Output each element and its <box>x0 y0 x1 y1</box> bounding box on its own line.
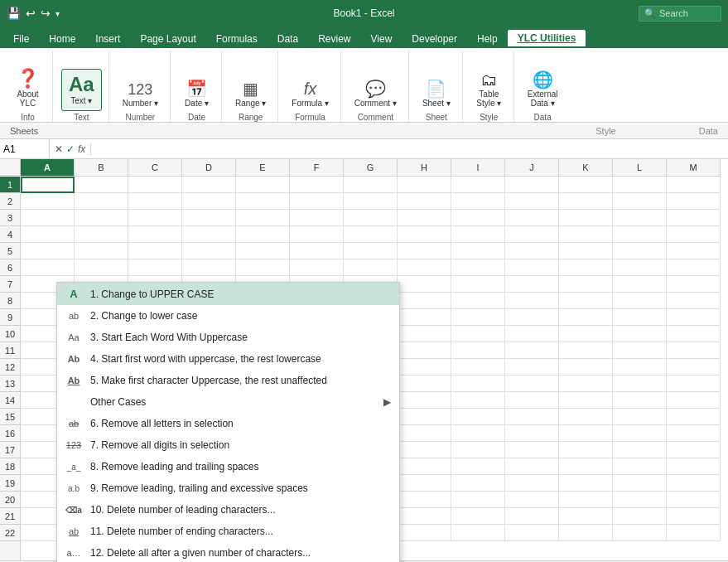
grid-cell[interactable] <box>128 226 182 243</box>
menu-item-6[interactable]: ab 6. Remove all letters in selection <box>57 413 399 434</box>
grid-cell[interactable] <box>21 243 75 259</box>
grid-cell[interactable] <box>613 309 667 326</box>
grid-cell[interactable] <box>21 193 75 210</box>
grid-cell[interactable] <box>451 193 505 210</box>
grid-cell[interactable] <box>559 226 613 243</box>
grid-cell[interactable] <box>236 193 290 210</box>
menu-item-5[interactable]: Ab 5. Make first character Uppercase, th… <box>57 370 399 391</box>
grid-cell[interactable] <box>559 309 613 326</box>
grid-cell[interactable] <box>505 442 559 458</box>
row-header-11[interactable]: 11 <box>0 342 20 359</box>
grid-cell[interactable] <box>344 210 398 226</box>
table-style-button[interactable]: 🗂 TableStyle ▾ <box>471 68 506 111</box>
search-box[interactable]: 🔍 Search <box>639 6 721 22</box>
grid-cell[interactable] <box>182 243 236 259</box>
grid-cell[interactable] <box>451 309 505 326</box>
grid-cell[interactable] <box>667 193 721 210</box>
grid-cell[interactable] <box>398 425 451 442</box>
grid-cell[interactable] <box>667 458 721 475</box>
grid-cell[interactable] <box>451 442 505 458</box>
grid-cell[interactable] <box>398 409 451 425</box>
tab-data[interactable]: Data <box>268 30 308 48</box>
tab-ylc-utilities[interactable]: YLC Utilities <box>508 30 586 48</box>
grid-cell[interactable] <box>290 226 344 243</box>
grid-cell[interactable] <box>290 259 344 276</box>
grid-cell[interactable] <box>344 177 398 193</box>
row-header-3[interactable]: 3 <box>0 210 20 226</box>
grid-cell[interactable] <box>613 525 667 541</box>
grid-cell[interactable] <box>128 193 182 210</box>
grid-cell[interactable] <box>667 177 721 193</box>
grid-cell[interactable] <box>559 458 613 475</box>
grid-cell[interactable] <box>451 359 505 375</box>
grid-cell[interactable] <box>505 226 559 243</box>
grid-cell[interactable] <box>21 177 75 193</box>
grid-cell[interactable] <box>667 375 721 392</box>
grid-cell[interactable] <box>613 177 667 193</box>
row-header-18[interactable]: 18 <box>0 458 20 475</box>
grid-cell[interactable] <box>667 359 721 375</box>
col-header-e[interactable]: E <box>236 159 290 176</box>
sub-ribbon-sheets[interactable]: Sheets <box>3 123 45 138</box>
grid-cell[interactable] <box>290 177 344 193</box>
grid-cell[interactable] <box>505 359 559 375</box>
grid-cell[interactable] <box>344 226 398 243</box>
row-header-22[interactable]: 22 <box>0 525 20 541</box>
row-header-5[interactable]: 5 <box>0 243 20 259</box>
grid-cell[interactable] <box>667 293 721 309</box>
grid-cell[interactable] <box>451 425 505 442</box>
col-header-h[interactable]: H <box>398 159 451 176</box>
grid-cell[interactable] <box>505 326 559 342</box>
grid-cell[interactable] <box>667 210 721 226</box>
grid-cell[interactable] <box>398 177 451 193</box>
name-box[interactable]: A1 <box>0 139 50 158</box>
text-button[interactable]: Aa Text ▾ <box>61 69 102 111</box>
grid-cell[interactable] <box>505 193 559 210</box>
menu-item-2[interactable]: ab 2. Change to lower case <box>57 305 399 327</box>
menu-item-9[interactable]: a.b 9. Remove leading, trailing and exce… <box>57 477 399 499</box>
grid-cell[interactable] <box>667 326 721 342</box>
grid-cell[interactable] <box>613 276 667 293</box>
grid-cell[interactable] <box>505 458 559 475</box>
row-header-8[interactable]: 8 <box>0 293 20 309</box>
row-header-16[interactable]: 16 <box>0 425 20 442</box>
grid-cell[interactable] <box>128 210 182 226</box>
grid-cell[interactable] <box>559 442 613 458</box>
grid-cell[interactable] <box>398 442 451 458</box>
grid-cell[interactable] <box>559 210 613 226</box>
grid-cell[interactable] <box>451 326 505 342</box>
grid-cell[interactable] <box>559 525 613 541</box>
grid-cell[interactable] <box>613 243 667 259</box>
tab-insert[interactable]: Insert <box>85 30 130 48</box>
grid-cell[interactable] <box>75 226 128 243</box>
row-header-4[interactable]: 4 <box>0 226 20 243</box>
menu-item-10[interactable]: ⌫a 10. Delete number of leading characte… <box>57 499 399 521</box>
grid-cell[interactable] <box>667 525 721 541</box>
grid-cell[interactable] <box>505 508 559 525</box>
grid-cell[interactable] <box>613 508 667 525</box>
grid-cell[interactable] <box>290 243 344 259</box>
menu-item-4[interactable]: Ab 4. Start first word with uppercase, t… <box>57 348 399 370</box>
grid-cell[interactable] <box>451 243 505 259</box>
grid-cell[interactable] <box>398 492 451 508</box>
tab-developer[interactable]: Developer <box>402 30 467 48</box>
col-header-l[interactable]: L <box>613 159 667 176</box>
menu-item-7[interactable]: 123 7. Remove all digits in selection <box>57 434 399 456</box>
grid-cell[interactable] <box>451 259 505 276</box>
number-button[interactable]: 123 Number ▾ <box>118 79 163 111</box>
grid-cell[interactable] <box>505 409 559 425</box>
tab-review[interactable]: Review <box>308 30 360 48</box>
tab-help[interactable]: Help <box>467 30 508 48</box>
grid-cell[interactable] <box>75 210 128 226</box>
row-header-10[interactable]: 10 <box>0 326 20 342</box>
redo-icon[interactable]: ↪ <box>41 7 51 20</box>
grid-cell[interactable] <box>613 259 667 276</box>
grid-cell[interactable] <box>75 193 128 210</box>
grid-cell[interactable] <box>75 259 128 276</box>
comment-button[interactable]: 💬 Comment ▾ <box>350 77 402 111</box>
grid-cell[interactable] <box>290 210 344 226</box>
grid-cell[interactable] <box>667 259 721 276</box>
grid-cell[interactable] <box>667 442 721 458</box>
grid-cell[interactable] <box>559 359 613 375</box>
grid-cell[interactable] <box>398 525 451 541</box>
